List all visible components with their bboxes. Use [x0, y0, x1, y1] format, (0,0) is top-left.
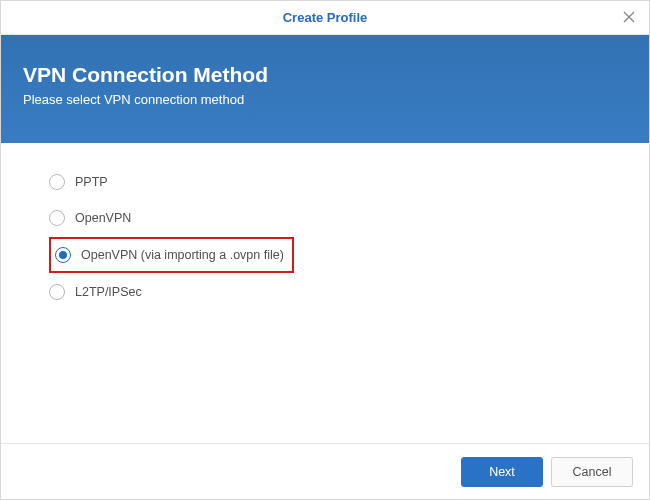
button-label: Cancel [573, 465, 612, 479]
titlebar: Create Profile [1, 1, 649, 35]
radio-option-openvpn-import[interactable]: OpenVPN (via importing a .ovpn file) [49, 237, 294, 273]
radio-icon [49, 174, 65, 190]
dialog-window: Create Profile VPN Connection Method Ple… [0, 0, 650, 500]
radio-label: OpenVPN [75, 211, 131, 225]
radio-label: OpenVPN (via importing a .ovpn file) [81, 248, 284, 262]
header-banner: VPN Connection Method Please select VPN … [1, 35, 649, 143]
close-icon [623, 9, 635, 27]
radio-option-l2tp[interactable]: L2TP/IPSec [49, 275, 601, 309]
radio-label: PPTP [75, 175, 108, 189]
page-title: VPN Connection Method [23, 63, 627, 87]
next-button[interactable]: Next [461, 457, 543, 487]
radio-option-pptp[interactable]: PPTP [49, 165, 601, 199]
radio-icon [49, 210, 65, 226]
radio-icon [49, 284, 65, 300]
footer: Next Cancel [1, 443, 649, 499]
button-label: Next [489, 465, 515, 479]
cancel-button[interactable]: Cancel [551, 457, 633, 487]
close-button[interactable] [609, 1, 649, 35]
radio-label: L2TP/IPSec [75, 285, 142, 299]
page-subtitle: Please select VPN connection method [23, 92, 627, 107]
content-area: PPTP OpenVPN OpenVPN (via importing a .o… [1, 143, 649, 333]
radio-option-openvpn[interactable]: OpenVPN [49, 201, 601, 235]
radio-icon [55, 247, 71, 263]
titlebar-title: Create Profile [283, 10, 368, 25]
